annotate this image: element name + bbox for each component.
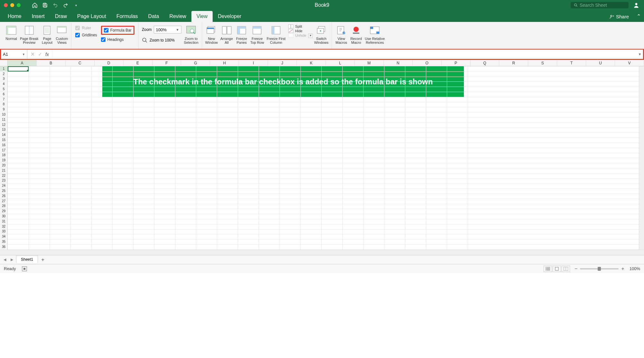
row-header[interactable]: 15 — [0, 137, 7, 143]
zoom-combobox[interactable]: 100%▼ — [154, 26, 181, 33]
tab-view[interactable]: View — [191, 11, 213, 22]
row-header[interactable]: 23 — [0, 178, 7, 184]
share-button[interactable]: Share — [605, 11, 633, 22]
home-icon[interactable] — [32, 2, 38, 8]
row-header[interactable]: 17 — [0, 148, 7, 153]
tab-developer[interactable]: Developer — [213, 11, 246, 22]
row-header[interactable]: 28 — [0, 204, 7, 209]
select-all-corner[interactable] — [0, 60, 8, 66]
qat-dropdown-icon[interactable]: ▾ — [73, 2, 79, 8]
row-header[interactable]: 2 — [0, 71, 7, 77]
row-header[interactable]: 35 — [0, 239, 7, 244]
row-header[interactable]: 1 — [0, 66, 7, 71]
tab-formulas[interactable]: Formulas — [111, 11, 143, 22]
freeze-panes-button[interactable]: Freeze Panes — [234, 24, 249, 45]
fx-icon[interactable]: fx — [45, 52, 49, 57]
freeze-top-row-button[interactable]: Freeze Top Row — [249, 24, 265, 45]
row-header[interactable]: 32 — [0, 224, 7, 229]
column-header[interactable]: I — [239, 60, 268, 66]
row-header[interactable]: 31 — [0, 219, 7, 224]
column-header[interactable]: R — [499, 60, 528, 66]
row-header[interactable]: 16 — [0, 143, 7, 148]
zoom-slider[interactable]: − + 100% — [575, 266, 640, 272]
row-header[interactable]: 26 — [0, 193, 7, 199]
add-sheet-button[interactable]: + — [39, 256, 46, 263]
row-header[interactable]: 36 — [0, 244, 7, 250]
page-layout-shortcut[interactable] — [553, 266, 561, 272]
row-header[interactable]: 14 — [0, 132, 7, 137]
row-header[interactable]: 18 — [0, 153, 7, 158]
row-header[interactable]: 5 — [0, 87, 7, 92]
row-header[interactable]: 24 — [0, 183, 7, 188]
row-header[interactable]: 12 — [0, 122, 7, 127]
hide-button[interactable]: Hide — [288, 29, 307, 33]
tab-draw[interactable]: Draw — [50, 11, 72, 22]
row-header[interactable]: 13 — [0, 127, 7, 133]
row-header[interactable]: 3 — [0, 77, 7, 82]
freeze-first-column-button[interactable]: Freeze First Column — [265, 24, 287, 45]
zoom-100-button[interactable]: Zoom to 100% — [141, 35, 183, 45]
column-header[interactable]: F — [152, 60, 181, 66]
vertical-scrollbar[interactable] — [639, 66, 644, 250]
spreadsheet-grid[interactable]: 1234567891011121314151617181920212223242… — [0, 66, 644, 250]
arrange-all-button[interactable]: Arrange All — [219, 24, 234, 45]
sheet-nav-prev[interactable]: ◀ — [2, 257, 8, 263]
column-header[interactable]: S — [528, 60, 557, 66]
row-header[interactable]: 33 — [0, 229, 7, 234]
column-header[interactable]: P — [442, 60, 471, 66]
record-macro-button[interactable]: Record Macro — [349, 24, 363, 45]
column-header[interactable]: C — [66, 60, 95, 66]
column-header[interactable]: V — [615, 60, 644, 66]
zoom-out-button[interactable]: − — [575, 266, 577, 272]
page-break-shortcut[interactable] — [562, 266, 570, 272]
column-header[interactable]: T — [557, 60, 586, 66]
tab-review[interactable]: Review — [164, 11, 191, 22]
name-box[interactable]: A1▼ — [1, 50, 27, 59]
row-header[interactable]: 7 — [0, 97, 7, 102]
column-header[interactable]: O — [413, 60, 442, 66]
normal-view-button[interactable]: Normal — [4, 24, 19, 41]
maximize-window-button[interactable] — [17, 3, 21, 7]
column-header[interactable]: N — [384, 60, 413, 66]
column-header[interactable]: B — [37, 60, 66, 66]
column-header[interactable]: Q — [471, 60, 500, 66]
expand-formula-bar-button[interactable]: ▼ — [637, 50, 643, 59]
split-button[interactable]: Split — [288, 24, 307, 28]
row-header[interactable]: 11 — [0, 117, 7, 122]
gridlines-checkbox[interactable]: Gridlines — [75, 33, 97, 37]
column-header[interactable]: K — [297, 60, 326, 66]
formula-input[interactable] — [52, 50, 637, 59]
tab-insert[interactable]: Insert — [27, 11, 50, 22]
search-box[interactable]: Search Sheet — [571, 2, 629, 8]
column-header[interactable]: H — [210, 60, 239, 66]
normal-view-shortcut[interactable] — [544, 266, 552, 272]
new-window-button[interactable]: New Window — [204, 24, 219, 45]
switch-windows-button[interactable]: Switch Windows — [313, 24, 330, 45]
row-header[interactable]: 27 — [0, 199, 7, 204]
cells-area[interactable]: The checkmark in the formula bar checkbo… — [8, 66, 644, 250]
column-header[interactable]: A — [8, 60, 37, 66]
collapse-ribbon-button[interactable]: ⌃ — [633, 11, 644, 22]
custom-views-button[interactable]: Custom Views — [54, 24, 69, 45]
window-dropdown[interactable]: ▼ — [308, 33, 313, 38]
row-header[interactable]: 4 — [0, 81, 7, 87]
headings-checkbox[interactable]: Headings — [101, 37, 134, 42]
row-header[interactable]: 8 — [0, 102, 7, 107]
zoom-thumb[interactable] — [598, 267, 601, 271]
page-break-preview-button[interactable]: Page Break Preview — [19, 24, 40, 45]
tab-home[interactable]: Home — [3, 11, 27, 22]
redo-icon[interactable] — [63, 2, 69, 8]
row-header[interactable]: 6 — [0, 92, 7, 97]
tab-page-layout[interactable]: Page Layout — [72, 11, 111, 22]
undo-icon[interactable] — [52, 2, 58, 8]
row-header[interactable]: 34 — [0, 234, 7, 239]
column-header[interactable]: M — [355, 60, 384, 66]
save-icon[interactable] — [42, 2, 48, 8]
column-header[interactable]: J — [268, 60, 297, 66]
page-layout-button[interactable]: Page Layout — [40, 24, 54, 45]
row-header[interactable]: 9 — [0, 107, 7, 112]
minimize-window-button[interactable] — [10, 3, 14, 7]
row-header[interactable]: 20 — [0, 163, 7, 168]
row-header[interactable]: 21 — [0, 168, 7, 173]
row-header[interactable]: 25 — [0, 188, 7, 193]
